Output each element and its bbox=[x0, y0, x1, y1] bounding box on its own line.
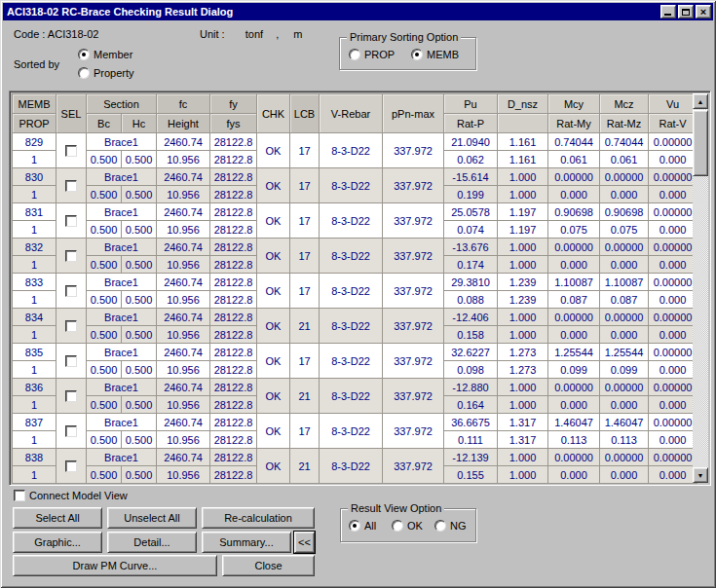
radio-icon[interactable] bbox=[78, 67, 90, 79]
row-select-cell[interactable] bbox=[57, 379, 87, 414]
col-vu: Vu bbox=[649, 94, 697, 114]
close-dialog-button[interactable]: Close bbox=[222, 555, 315, 576]
rat-mz-cell: 0.099 bbox=[600, 361, 649, 379]
radio-icon[interactable] bbox=[392, 520, 403, 532]
draw-pm-curve-button[interactable]: Draw PM Curve... bbox=[13, 555, 217, 576]
hc-cell: 0.500 bbox=[122, 151, 157, 168]
row-select-cell[interactable] bbox=[57, 133, 87, 168]
select-all-button[interactable]: Select All bbox=[13, 507, 102, 529]
prop-cell: 1 bbox=[13, 291, 57, 309]
col-ppn-max: pPn-max bbox=[383, 94, 444, 133]
row-checkbox[interactable] bbox=[65, 355, 77, 367]
mcz-cell: 1.25544 bbox=[600, 344, 649, 361]
rat-v-cell: 0.000 bbox=[649, 396, 697, 414]
mcy-cell: 1.46047 bbox=[548, 414, 600, 431]
d-nsz2-cell: 1.273 bbox=[498, 361, 548, 379]
minimize-button[interactable] bbox=[660, 5, 676, 18]
sorted-by-label: Sorted by bbox=[14, 58, 59, 70]
result-all-radio[interactable]: All bbox=[349, 520, 376, 532]
ppn-max-cell: 337.972 bbox=[383, 379, 444, 414]
unselect-all-button[interactable]: Unselect All bbox=[107, 507, 197, 529]
maximize-button[interactable] bbox=[678, 5, 694, 18]
pu-cell: -12.139 bbox=[444, 449, 498, 466]
scroll-up-button[interactable]: ▲ bbox=[693, 93, 708, 109]
row-select-cell[interactable] bbox=[57, 449, 87, 484]
row-checkbox[interactable] bbox=[65, 285, 77, 297]
fc-cell: 2460.74 bbox=[157, 379, 210, 396]
height-cell: 10.956 bbox=[157, 431, 210, 449]
mcz-cell: 0.90698 bbox=[600, 203, 649, 221]
sorted-by-property-radio[interactable]: Property bbox=[78, 67, 134, 79]
close-button[interactable]: × bbox=[696, 5, 711, 18]
section-cell: Brace1 bbox=[87, 344, 157, 361]
row-select-cell[interactable] bbox=[57, 309, 87, 344]
col-rat-mz: Rat-Mz bbox=[600, 114, 649, 133]
col-fy: fy bbox=[210, 94, 257, 114]
row-checkbox[interactable] bbox=[65, 390, 77, 402]
row-checkbox[interactable] bbox=[65, 460, 77, 472]
col-bc: Bc bbox=[87, 114, 122, 133]
rat-mz-cell: 0.000 bbox=[600, 256, 649, 274]
title-bar: ACI318-02 RC-Brace Checking Result Dialo… bbox=[3, 3, 713, 20]
row-select-cell[interactable] bbox=[57, 414, 87, 449]
row-checkbox[interactable] bbox=[65, 180, 77, 192]
section-cell: Brace1 bbox=[87, 414, 157, 431]
sorting-prop-radio[interactable]: PROP bbox=[349, 49, 395, 60]
row-checkbox[interactable] bbox=[65, 145, 77, 157]
col-height: Height bbox=[157, 114, 210, 133]
row-select-cell[interactable] bbox=[57, 239, 87, 274]
radio-icon[interactable] bbox=[349, 49, 360, 60]
detail-button[interactable]: Detail... bbox=[107, 532, 197, 553]
section-cell: Brace1 bbox=[87, 168, 157, 186]
recalculation-button[interactable]: Re-calculation bbox=[202, 507, 315, 529]
table-row: 835 Brace1 2460.74 28122.8 OK 17 8-3-D22… bbox=[13, 344, 697, 361]
d-nsz-cell: 1.000 bbox=[498, 168, 548, 186]
sorted-by-member-radio[interactable]: Member bbox=[78, 49, 132, 60]
connect-model-view-checkbox[interactable]: Connect Model View bbox=[14, 490, 128, 501]
bc-cell: 0.500 bbox=[87, 396, 122, 414]
rat-v-cell: 0.000 bbox=[649, 466, 697, 484]
ppn-max-cell: 337.972 bbox=[383, 133, 444, 168]
scroll-down-button[interactable]: ▼ bbox=[693, 467, 708, 483]
chk-cell: OK bbox=[257, 344, 290, 379]
row-checkbox[interactable] bbox=[65, 320, 77, 332]
rat-my-cell: 0.075 bbox=[548, 221, 600, 239]
dialog-window: ACI318-02 RC-Brace Checking Result Dialo… bbox=[0, 0, 716, 588]
maximize-icon bbox=[682, 9, 690, 16]
v-rebar-cell: 8-3-D22 bbox=[320, 203, 383, 239]
pu-cell: 25.0578 bbox=[444, 203, 498, 221]
vertical-scrollbar[interactable]: ▲ ▼ bbox=[693, 93, 708, 483]
vu-cell: 0.00000 bbox=[649, 414, 697, 431]
ppn-max-cell: 337.972 bbox=[383, 239, 444, 274]
row-checkbox[interactable] bbox=[65, 215, 77, 227]
radio-icon[interactable] bbox=[78, 49, 90, 60]
row-checkbox[interactable] bbox=[65, 425, 77, 437]
pu-cell: -13.676 bbox=[444, 239, 498, 256]
row-select-cell[interactable] bbox=[57, 274, 87, 309]
mcz-cell: 1.10087 bbox=[600, 274, 649, 291]
row-select-cell[interactable] bbox=[57, 344, 87, 379]
table-row: 831 Brace1 2460.74 28122.8 OK 17 8-3-D22… bbox=[13, 203, 697, 221]
col-memb: MEMB bbox=[13, 94, 57, 114]
graphic-button[interactable]: Graphic... bbox=[13, 532, 102, 553]
mcz-cell: 0.00000 bbox=[600, 379, 649, 396]
bc-cell: 0.500 bbox=[87, 466, 122, 484]
sorting-memb-radio[interactable]: MEMB bbox=[411, 49, 459, 60]
checkbox-icon[interactable] bbox=[14, 490, 25, 501]
scrollbar-thumb[interactable] bbox=[693, 110, 708, 176]
row-select-cell[interactable] bbox=[57, 168, 87, 203]
radio-icon[interactable] bbox=[434, 520, 446, 532]
row-checkbox[interactable] bbox=[65, 250, 77, 262]
ppn-max-cell: 337.972 bbox=[383, 414, 444, 449]
row-select-cell[interactable] bbox=[57, 203, 87, 239]
v-rebar-cell: 8-3-D22 bbox=[320, 133, 383, 168]
summary-button[interactable]: Summary... bbox=[202, 532, 291, 553]
radio-icon[interactable] bbox=[349, 520, 360, 532]
memb-cell: 832 bbox=[13, 239, 57, 256]
radio-icon[interactable] bbox=[411, 49, 423, 60]
collapse-button[interactable]: << bbox=[294, 532, 315, 553]
primary-sorting-group: Primary Sorting Option PROP MEMB bbox=[339, 37, 476, 70]
result-ok-radio[interactable]: OK bbox=[392, 520, 423, 532]
table-row: 829 Brace1 2460.74 28122.8 OK 17 8-3-D22… bbox=[13, 133, 697, 151]
result-ng-radio[interactable]: NG bbox=[434, 520, 467, 532]
